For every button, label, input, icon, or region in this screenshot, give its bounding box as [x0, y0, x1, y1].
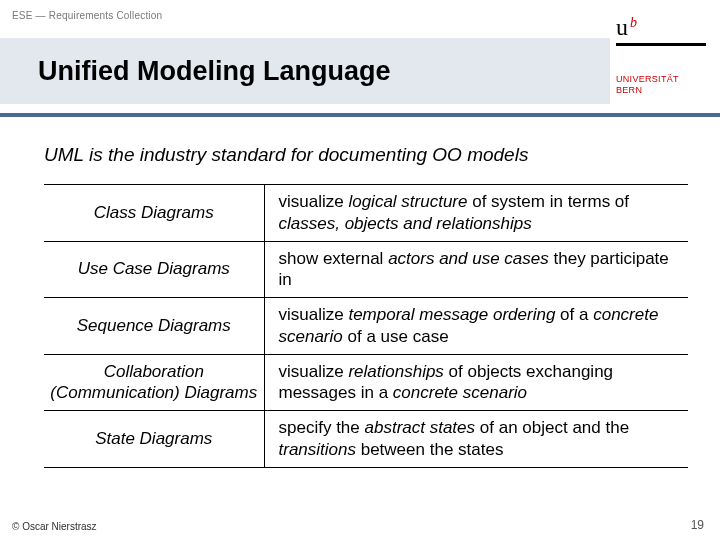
logo-letter-u: u	[616, 14, 628, 40]
diagram-desc: visualize relationships of objects excha…	[264, 354, 688, 411]
diagram-desc: show external actors and use cases they …	[264, 241, 688, 298]
header: ESE — Requirements Collection Unified Mo…	[0, 0, 720, 118]
logo-mark: ub	[616, 14, 637, 41]
diagram-desc: specify the abstract states of an object…	[264, 411, 688, 468]
table-row: Collaboration (Communication) Diagrams v…	[44, 354, 688, 411]
logo-text: UNIVERSITÄT BERN	[616, 74, 679, 97]
diagrams-table: Class Diagrams visualize logical structu…	[44, 184, 688, 468]
main-content: UML is the industry standard for documen…	[0, 118, 720, 468]
header-divider	[0, 113, 720, 117]
logo-line1: UNIVERSITÄT	[616, 74, 679, 85]
diagram-name: Class Diagrams	[44, 185, 264, 242]
logo-underline	[616, 43, 706, 46]
diagram-name: Use Case Diagrams	[44, 241, 264, 298]
footer-copyright: © Oscar Nierstrasz	[12, 521, 97, 532]
table-row: Use Case Diagrams show external actors a…	[44, 241, 688, 298]
university-logo: ub UNIVERSITÄT BERN	[610, 0, 720, 118]
table-row: State Diagrams specify the abstract stat…	[44, 411, 688, 468]
intro-text: UML is the industry standard for documen…	[44, 144, 688, 166]
logo-letter-b: b	[630, 15, 637, 30]
table-row: Class Diagrams visualize logical structu…	[44, 185, 688, 242]
diagram-name: Sequence Diagrams	[44, 298, 264, 355]
table-row: Sequence Diagrams visualize temporal mes…	[44, 298, 688, 355]
diagram-name: Collaboration (Communication) Diagrams	[44, 354, 264, 411]
logo-line2: BERN	[616, 85, 679, 96]
diagram-desc: visualize temporal message ordering of a…	[264, 298, 688, 355]
diagram-desc: visualize logical structure of system in…	[264, 185, 688, 242]
page-number: 19	[691, 518, 704, 532]
breadcrumb: ESE — Requirements Collection	[12, 10, 162, 21]
diagram-name: State Diagrams	[44, 411, 264, 468]
page-title: Unified Modeling Language	[38, 56, 391, 87]
title-band: Unified Modeling Language	[0, 38, 610, 104]
